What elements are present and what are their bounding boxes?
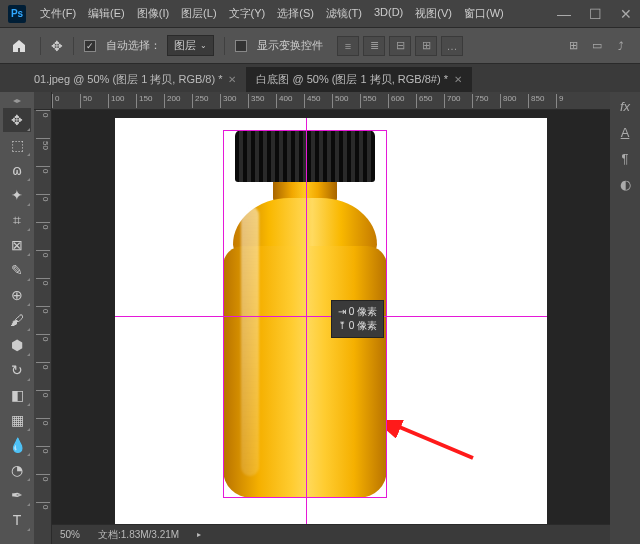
paragraph-panel-icon[interactable]: ¶ bbox=[615, 148, 635, 168]
menu-select[interactable]: 选择(S) bbox=[273, 4, 318, 23]
tab-01jpeg[interactable]: 01.jpeg @ 50% (图层 1 拷贝, RGB/8) * ✕ bbox=[24, 67, 246, 92]
highlight bbox=[241, 206, 259, 476]
workspace: 0 50 100 150 200 250 300 350 400 450 500… bbox=[34, 92, 610, 544]
ruler-mark: 650 bbox=[416, 94, 432, 108]
maximize-button[interactable]: ☐ bbox=[589, 6, 602, 22]
ruler-mark: 200 bbox=[164, 94, 180, 108]
move-tool[interactable]: ✥ bbox=[3, 108, 31, 132]
right-panel: fx A ¶ ◐ bbox=[610, 92, 640, 544]
svg-line-0 bbox=[397, 426, 473, 458]
blur-tool[interactable]: 💧 bbox=[3, 433, 31, 457]
chevron-down-icon: ⌄ bbox=[200, 41, 207, 50]
marquee-tool[interactable]: ⬚ bbox=[3, 133, 31, 157]
measure-y: ⤒ 0 像素 bbox=[338, 319, 377, 333]
move-tool-icon: ✥ bbox=[51, 38, 63, 54]
ruler-mark: 400 bbox=[276, 94, 292, 108]
ruler-mark: 300 bbox=[220, 94, 236, 108]
menu-filter[interactable]: 滤镜(T) bbox=[322, 4, 366, 23]
annotation-arrow bbox=[387, 420, 477, 462]
menu-window[interactable]: 窗口(W) bbox=[460, 4, 508, 23]
ruler-mark: 0 bbox=[36, 306, 50, 313]
zoom-level[interactable]: 50% bbox=[60, 529, 80, 540]
align-icon-3[interactable]: ⊟ bbox=[389, 36, 411, 56]
tab-close-icon[interactable]: ✕ bbox=[228, 74, 236, 85]
fx-panel-icon[interactable]: fx bbox=[615, 96, 635, 116]
ruler-mark: 0 bbox=[36, 194, 50, 201]
tab-white-bg[interactable]: 白底图 @ 50% (图层 1 拷贝, RGB/8#) * ✕ bbox=[246, 67, 472, 92]
eyedropper-tool[interactable]: ✎ bbox=[3, 258, 31, 282]
auto-select-checkbox[interactable]: ✓ bbox=[84, 40, 96, 52]
toolbox: ◂▸ ✥ ⬚ ɷ ✦ ⌗ ⊠ ✎ ⊕ 🖌 ⬢ ↻ ◧ ▦ 💧 ◔ ✒ T bbox=[0, 92, 34, 544]
toolbox-collapse-icon[interactable]: ◂▸ bbox=[11, 94, 23, 107]
ruler-mark: 0 bbox=[36, 474, 50, 481]
measure-x: ⇥ 0 像素 bbox=[338, 305, 377, 319]
ruler-mark: 800 bbox=[500, 94, 516, 108]
tab-label: 白底图 @ 50% (图层 1 拷贝, RGB/8#) * bbox=[256, 72, 448, 87]
menu-type[interactable]: 文字(Y) bbox=[225, 4, 270, 23]
pen-tool[interactable]: ✒ bbox=[3, 483, 31, 507]
canvas-area[interactable]: ⇥ 0 像素 ⤒ 0 像素 bbox=[52, 110, 610, 544]
tab-close-icon[interactable]: ✕ bbox=[454, 74, 462, 85]
minimize-button[interactable]: — bbox=[557, 6, 571, 22]
ruler-mark: 50 bbox=[80, 94, 92, 108]
menu-view[interactable]: 视图(V) bbox=[411, 4, 456, 23]
ruler-mark: 100 bbox=[108, 94, 124, 108]
status-bar: 50% 文档:1.83M/3.21M ▸ bbox=[52, 524, 610, 544]
share-icon[interactable]: ⤴ bbox=[610, 35, 632, 57]
gradient-tool[interactable]: ▦ bbox=[3, 408, 31, 432]
align-icon-2[interactable]: ≣ bbox=[363, 36, 385, 56]
swatches-panel-icon[interactable]: ◐ bbox=[615, 174, 635, 194]
ruler-mark: 450 bbox=[304, 94, 320, 108]
ruler-mark: 0 bbox=[52, 94, 59, 108]
ruler-mark: 250 bbox=[192, 94, 208, 108]
menu-image[interactable]: 图像(I) bbox=[133, 4, 173, 23]
align-icon-4[interactable]: ⊞ bbox=[415, 36, 437, 56]
vertical-ruler[interactable]: 0 50 0 0 0 0 0 0 0 0 0 0 0 0 0 bbox=[34, 110, 52, 544]
character-panel-icon[interactable]: A bbox=[615, 122, 635, 142]
align-icon-5[interactable]: … bbox=[441, 36, 463, 56]
ruler-mark: 0 bbox=[36, 418, 50, 425]
ruler-mark: 0 bbox=[36, 390, 50, 397]
ruler-mark: 0 bbox=[36, 166, 50, 173]
menu-3d[interactable]: 3D(D) bbox=[370, 4, 407, 23]
type-tool[interactable]: T bbox=[3, 508, 31, 532]
status-chevron-icon[interactable]: ▸ bbox=[197, 530, 201, 539]
dropdown-value: 图层 bbox=[174, 38, 196, 53]
screen-mode-icon[interactable]: ▭ bbox=[586, 35, 608, 57]
history-brush-tool[interactable]: ↻ bbox=[3, 358, 31, 382]
align-icon-1[interactable]: ≡ bbox=[337, 36, 359, 56]
tab-label: 01.jpeg @ 50% (图层 1 拷贝, RGB/8) * bbox=[34, 72, 222, 87]
stamp-tool[interactable]: ⬢ bbox=[3, 333, 31, 357]
ruler-mark: 700 bbox=[444, 94, 460, 108]
horizontal-ruler[interactable]: 0 50 100 150 200 250 300 350 400 450 500… bbox=[52, 92, 610, 110]
arrange-icon[interactable]: ⊞ bbox=[562, 35, 584, 57]
ruler-mark: 500 bbox=[332, 94, 348, 108]
menu-file[interactable]: 文件(F) bbox=[36, 4, 80, 23]
bottle-cap bbox=[235, 130, 375, 182]
main-area: ◂▸ ✥ ⬚ ɷ ✦ ⌗ ⊠ ✎ ⊕ 🖌 ⬢ ↻ ◧ ▦ 💧 ◔ ✒ T 0 5… bbox=[0, 92, 640, 544]
show-transform-checkbox[interactable] bbox=[235, 40, 247, 52]
home-icon[interactable] bbox=[8, 35, 30, 57]
ruler-mark: 850 bbox=[528, 94, 544, 108]
canvas[interactable]: ⇥ 0 像素 ⤒ 0 像素 bbox=[115, 118, 547, 530]
ruler-mark: 750 bbox=[472, 94, 488, 108]
lasso-tool[interactable]: ɷ bbox=[3, 158, 31, 182]
close-button[interactable]: ✕ bbox=[620, 6, 632, 22]
ruler-mark: 350 bbox=[248, 94, 264, 108]
eraser-tool[interactable]: ◧ bbox=[3, 383, 31, 407]
menu-layer[interactable]: 图层(L) bbox=[177, 4, 220, 23]
ruler-mark: 600 bbox=[388, 94, 404, 108]
frame-tool[interactable]: ⊠ bbox=[3, 233, 31, 257]
main-menu: 文件(F) 编辑(E) 图像(I) 图层(L) 文字(Y) 选择(S) 滤镜(T… bbox=[36, 4, 508, 23]
vertical-guide[interactable] bbox=[306, 118, 307, 530]
healing-tool[interactable]: ⊕ bbox=[3, 283, 31, 307]
menu-edit[interactable]: 编辑(E) bbox=[84, 4, 129, 23]
auto-select-dropdown[interactable]: 图层 ⌄ bbox=[167, 35, 214, 56]
ruler-mark: 150 bbox=[136, 94, 152, 108]
crop-tool[interactable]: ⌗ bbox=[3, 208, 31, 232]
ruler-mark: 0 bbox=[36, 502, 50, 509]
dodge-tool[interactable]: ◔ bbox=[3, 458, 31, 482]
ruler-mark: 0 bbox=[36, 110, 50, 117]
quick-select-tool[interactable]: ✦ bbox=[3, 183, 31, 207]
brush-tool[interactable]: 🖌 bbox=[3, 308, 31, 332]
